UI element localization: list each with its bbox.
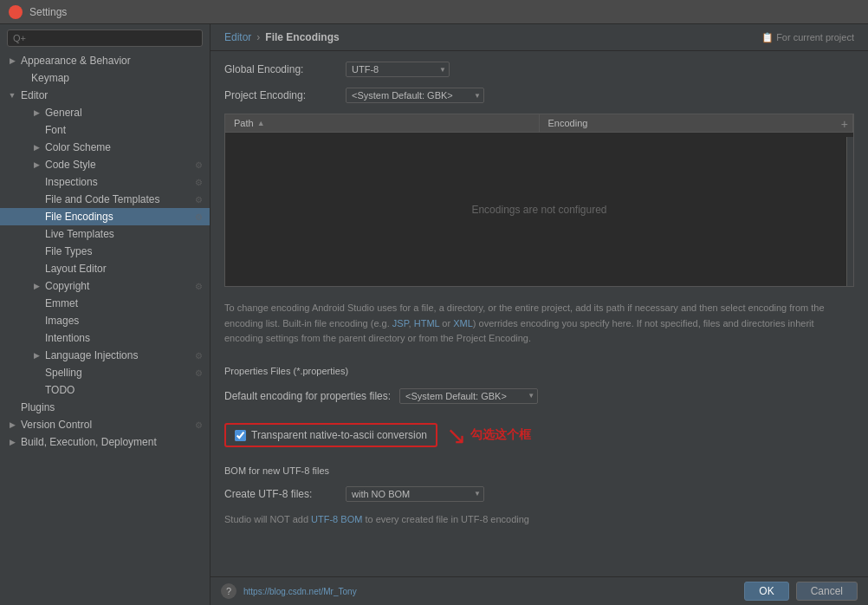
- project-encoding-label: Project Encoding:: [224, 89, 337, 101]
- sidebar-item-file-types[interactable]: File Types: [0, 243, 210, 260]
- sort-icon: ▲: [257, 119, 265, 127]
- global-encoding-row: Global Encoding: UTF-8 ISO-8859-1 GBK: [224, 62, 854, 77]
- create-utf8-label: Create UTF-8 files:: [224, 488, 337, 500]
- expand-arrow-layout-editor: [31, 263, 42, 274]
- sidebar: ▶Appearance & BehaviorKeymap▼Editor▶Gene…: [0, 24, 211, 605]
- sidebar-item-version-control[interactable]: ▶Version Control⚙: [0, 416, 210, 433]
- sidebar-item-live-templates[interactable]: Live Templates: [0, 225, 210, 243]
- sidebar-label-keymap: Keymap: [31, 72, 69, 84]
- expand-arrow-file-code-templates: [31, 194, 42, 205]
- sidebar-item-general[interactable]: ▶General: [0, 104, 210, 121]
- expand-arrow-version-control: ▶: [7, 420, 17, 430]
- search-input[interactable]: [7, 29, 203, 47]
- sidebar-label-font: Font: [45, 124, 66, 136]
- global-encoding-dropdown[interactable]: UTF-8 ISO-8859-1 GBK: [346, 62, 450, 77]
- sidebar-item-build-execution[interactable]: ▶Build, Execution, Deployment: [0, 433, 210, 451]
- default-encoding-dropdown[interactable]: <System Default: GBK> UTF-8 GBK: [399, 388, 538, 404]
- sidebar-item-color-scheme[interactable]: ▶Color Scheme: [0, 139, 210, 156]
- sidebar-item-editor[interactable]: ▼Editor: [0, 87, 210, 104]
- sidebar-item-code-style[interactable]: ▶Code Style⚙: [0, 156, 210, 173]
- table-add-button[interactable]: +: [838, 116, 852, 132]
- sidebar-label-editor: Editor: [21, 89, 48, 101]
- help-icon[interactable]: ?: [221, 583, 236, 599]
- jsp-link[interactable]: JSP: [392, 318, 409, 329]
- expand-arrow-font: [31, 125, 42, 135]
- sidebar-item-file-code-templates[interactable]: File and Code Templates⚙: [0, 191, 210, 208]
- sidebar-item-language-injections[interactable]: ▶Language Injections⚙: [0, 347, 210, 364]
- transparent-checkbox-row: Transparent native-to-ascii conversion: [235, 429, 427, 441]
- sidebar-item-layout-editor[interactable]: Layout Editor: [0, 260, 210, 277]
- sidebar-item-emmet[interactable]: Emmet: [0, 295, 210, 312]
- sidebar-item-appearance[interactable]: ▶Appearance & Behavior: [0, 52, 210, 69]
- sidebar-item-copyright[interactable]: ▶Copyright⚙: [0, 277, 210, 295]
- sidebar-label-layout-editor: Layout Editor: [45, 263, 107, 275]
- sidebar-label-appearance: Appearance & Behavior: [21, 55, 131, 67]
- utf8-bom-link[interactable]: UTF-8 BOM: [311, 514, 362, 524]
- search-box[interactable]: [0, 24, 210, 52]
- sidebar-label-spelling: Spelling: [45, 367, 82, 379]
- create-utf8-dropdown-wrapper[interactable]: with NO BOM with BOM: [346, 486, 484, 502]
- sidebar-item-keymap[interactable]: Keymap: [0, 69, 210, 87]
- properties-section-title: Properties Files (*.properties): [224, 366, 854, 376]
- annotation-area: Transparent native-to-ascii conversion ↘…: [224, 421, 531, 450]
- global-encoding-dropdown-wrapper[interactable]: UTF-8 ISO-8859-1 GBK: [346, 62, 450, 77]
- table-header: Path ▲ Encoding: [225, 114, 853, 133]
- sidebar-label-copyright: Copyright: [45, 280, 89, 292]
- sidebar-tree: ▶Appearance & BehaviorKeymap▼Editor▶Gene…: [0, 52, 210, 451]
- sidebar-item-file-encodings[interactable]: File Encodings⚙: [0, 208, 210, 225]
- settings-icon-spelling: ⚙: [195, 368, 203, 378]
- sidebar-item-intentions[interactable]: Intentions: [0, 329, 210, 347]
- expand-arrow-plugins: [7, 402, 17, 413]
- create-utf8-row: Create UTF-8 files: with NO BOM with BOM: [224, 486, 854, 502]
- breadcrumb-separator: ›: [256, 31, 260, 43]
- sidebar-item-images[interactable]: Images: [0, 312, 210, 329]
- html-link[interactable]: HTML: [414, 318, 440, 329]
- xml-link[interactable]: XML: [453, 318, 473, 329]
- sidebar-label-plugins: Plugins: [21, 401, 55, 413]
- content-body: Global Encoding: UTF-8 ISO-8859-1 GBK Pr…: [211, 51, 868, 576]
- project-encoding-dropdown-wrapper[interactable]: <System Default: GBK> UTF-8 GBK: [346, 88, 484, 103]
- sidebar-item-inspections[interactable]: Inspections⚙: [0, 173, 210, 191]
- sidebar-label-file-types: File Types: [45, 245, 92, 257]
- sidebar-label-general: General: [45, 107, 82, 119]
- expand-arrow-intentions: [31, 333, 42, 343]
- info-text: To change encoding Android Studio uses f…: [224, 301, 854, 347]
- table-scrollbar[interactable]: [846, 137, 853, 286]
- expand-arrow-file-encodings: [31, 211, 42, 222]
- settings-icon-file-code-templates: ⚙: [195, 195, 203, 205]
- table-body: Encodings are not configured: [225, 133, 853, 286]
- expand-arrow-editor: ▼: [7, 90, 17, 101]
- transparent-checkbox[interactable]: [235, 430, 246, 441]
- breadcrumb-current: File Encodings: [265, 31, 339, 43]
- expand-arrow-emmet: [31, 298, 42, 309]
- cancel-button[interactable]: Cancel: [796, 582, 858, 601]
- content-panel: Editor › File Encodings 📋 For current pr…: [211, 24, 868, 605]
- sidebar-item-spelling[interactable]: Spelling⚙: [0, 364, 210, 381]
- sidebar-label-emmet: Emmet: [45, 297, 78, 309]
- app-icon: [9, 5, 23, 19]
- project-icon: 📋: [761, 32, 774, 42]
- settings-icon-file-encodings: ⚙: [195, 212, 203, 222]
- sidebar-label-version-control: Version Control: [21, 419, 92, 431]
- sidebar-label-language-injections: Language Injections: [45, 349, 138, 361]
- sidebar-item-todo[interactable]: TODO: [0, 381, 210, 399]
- main-container: ▶Appearance & BehaviorKeymap▼Editor▶Gene…: [0, 24, 868, 605]
- transparent-checkbox-label[interactable]: Transparent native-to-ascii conversion: [251, 429, 427, 441]
- settings-icon-copyright: ⚙: [195, 282, 203, 291]
- expand-arrow-live-templates: [31, 229, 42, 239]
- encodings-table: Path ▲ Encoding Encodings are not config…: [224, 114, 854, 287]
- sidebar-label-intentions: Intentions: [45, 332, 90, 344]
- settings-icon-version-control: ⚙: [195, 420, 203, 430]
- sidebar-item-font[interactable]: Font: [0, 121, 210, 139]
- sidebar-label-file-encodings: File Encodings: [45, 211, 113, 223]
- ok-button[interactable]: OK: [744, 582, 788, 601]
- project-encoding-dropdown[interactable]: <System Default: GBK> UTF-8 GBK: [346, 88, 484, 103]
- sidebar-item-plugins[interactable]: Plugins: [0, 399, 210, 416]
- default-encoding-label: Default encoding for properties files:: [224, 390, 391, 402]
- expand-arrow-copyright: ▶: [31, 281, 42, 291]
- sidebar-label-color-scheme: Color Scheme: [45, 141, 111, 153]
- create-utf8-dropdown[interactable]: with NO BOM with BOM: [346, 486, 484, 502]
- default-encoding-dropdown-wrapper[interactable]: <System Default: GBK> UTF-8 GBK: [399, 388, 538, 404]
- global-encoding-label: Global Encoding:: [224, 63, 337, 75]
- expand-arrow-color-scheme: ▶: [31, 142, 42, 153]
